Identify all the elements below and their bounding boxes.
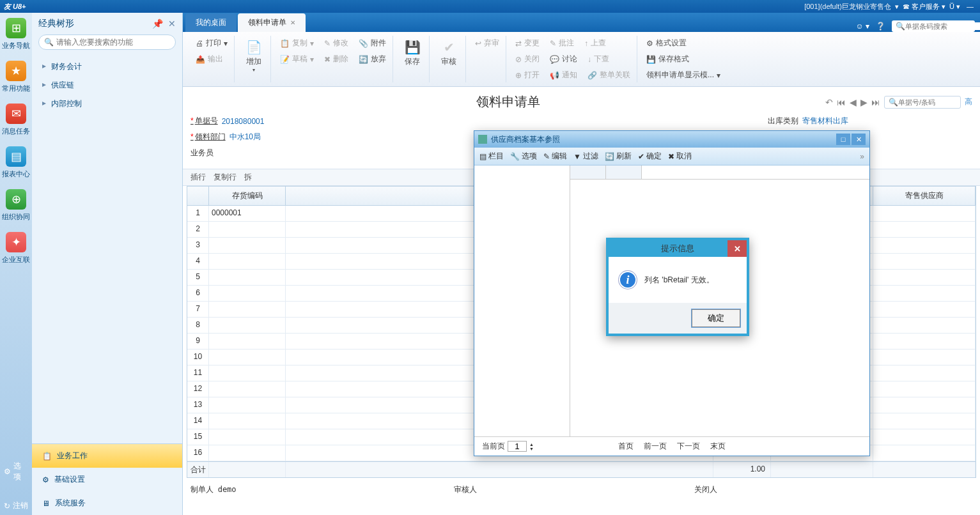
copy-button[interactable]: 📋 复制 ▾	[276, 36, 318, 50]
discuss-button[interactable]: 💬 讨论	[546, 52, 581, 66]
footer-total-label: 合计	[187, 462, 209, 477]
col-header-supplier[interactable]: 寄售供应商	[873, 187, 976, 205]
dialog-maximize-icon[interactable]: □	[836, 134, 850, 145]
copy-row-button[interactable]: 复制行	[214, 172, 237, 183]
help-icon[interactable]: ❔	[876, 22, 885, 31]
save-format-button[interactable]: 💾 保存格式	[642, 52, 693, 66]
pin-icon[interactable]: 📌	[152, 19, 163, 29]
auditor-label: 审核人	[454, 485, 477, 494]
alert-ok-button[interactable]: 确定	[692, 309, 740, 327]
dept-value: 中水10局	[229, 132, 293, 142]
tree-item-supply[interactable]: 供应链	[40, 76, 175, 95]
clerk-label: 业务员	[191, 148, 214, 158]
next-icon[interactable]: ▶	[860, 97, 867, 107]
attachment-button[interactable]: 📎 附件	[355, 36, 390, 50]
tree-search-input[interactable]: 🔍	[38, 35, 176, 50]
discard-button[interactable]: ↩ 弃审	[471, 36, 503, 50]
bottom-tab-work[interactable]: 📋 业务工作	[32, 444, 182, 468]
down-button[interactable]: ↓ 下查	[584, 52, 613, 66]
col-header-code[interactable]: 存货编码	[209, 187, 286, 205]
document-toolbar: 🖨 打印 ▾ 📤 输出 📄增加▾ 📋 复制 ▾ ✎ 修改 📎 附件 📝 草稿 ▾…	[183, 32, 980, 87]
prev-icon[interactable]: ◀	[850, 97, 857, 107]
open-doc-button[interactable]: ⊕ 打开	[511, 68, 543, 82]
customer-service-link[interactable]: ☎ 客户服务 ▾	[903, 2, 945, 12]
save-button[interactable]: 💾保存	[398, 36, 426, 70]
advanced-link[interactable]: 高	[965, 96, 972, 107]
abandon-button[interactable]: 🔄 放弃	[355, 52, 390, 66]
outtype-label: 出库类别	[768, 116, 798, 127]
insert-row-button[interactable]: 插行	[191, 172, 206, 183]
close-doc-button[interactable]: ⊘ 关闭	[511, 52, 543, 66]
nav-message[interactable]: ✉消息任务	[2, 104, 30, 136]
up-button[interactable]: ↑ 上查	[580, 36, 610, 50]
link-button[interactable]: 🔗 整单关联	[584, 68, 634, 82]
smile-icon[interactable]: ☺ ▾	[855, 22, 869, 31]
first-icon[interactable]: ⏮	[837, 97, 846, 107]
ref-filter-button[interactable]: ▼ 过滤	[573, 151, 598, 162]
nav-org[interactable]: ⊕组织协同	[2, 189, 30, 222]
first-page-button[interactable]: 首页	[618, 441, 634, 452]
dialog-icon	[478, 135, 487, 144]
notify-button[interactable]: 📢 通知	[546, 68, 581, 82]
dialog-close-icon[interactable]: ✕	[852, 134, 866, 145]
change-button[interactable]: ⇄ 变更	[511, 36, 543, 50]
current-page-label: 当前页	[482, 441, 505, 452]
tree-title: 经典树形	[38, 18, 74, 29]
next-page-button[interactable]: 下一页	[677, 441, 700, 452]
last-icon[interactable]: ⏭	[871, 97, 880, 107]
add-button[interactable]: 📄增加▾	[240, 36, 268, 75]
format-setting-button[interactable]: ⚙ 格式设置	[642, 36, 690, 50]
barcode-search-input[interactable]: 🔍	[892, 20, 975, 32]
alert-title: 提示信息	[661, 243, 694, 254]
alert-close-icon[interactable]: ✕	[727, 240, 747, 257]
nav-common[interactable]: ★常用功能	[2, 61, 30, 93]
logout-button[interactable]: ↻ 注销	[0, 496, 32, 515]
ref-options-button[interactable]: 🔧 选项	[510, 151, 537, 162]
minimize-icon[interactable]: —	[967, 3, 974, 10]
split-row-button[interactable]: 拆	[244, 172, 252, 183]
left-nav-sidebar: ⊞业务导航 ★常用功能 ✉消息任务 ▤报表中心 ⊕组织协同 ✦企业互联 ⚙ 选项…	[0, 13, 32, 515]
modify-button[interactable]: ✎ 修改	[320, 36, 352, 50]
page-up-icon[interactable]: ▲	[529, 442, 534, 447]
approve-button[interactable]: ✎ 批注	[546, 36, 578, 50]
current-page-input[interactable]	[508, 441, 527, 452]
ref-tree[interactable]	[474, 165, 570, 436]
document-title: 领料申请单	[191, 93, 825, 111]
print-button[interactable]: 🖨 打印 ▾	[192, 36, 231, 50]
docno-value: 2018080001	[222, 117, 286, 126]
tree-item-finance[interactable]: 财务会计	[40, 58, 175, 76]
audit-button[interactable]: ✔审核	[435, 36, 463, 70]
nav-report[interactable]: ▤报表中心	[2, 146, 30, 179]
ref-ok-button[interactable]: ✔ 确定	[638, 151, 662, 162]
page-down-icon[interactable]: ▼	[529, 447, 534, 451]
tab-close-icon[interactable]: ✕	[290, 19, 295, 26]
content-area: 我的桌面 领料申请单✕ ☺ ▾ ❔ 🔍 🖨 打印 ▾ 📤 输出 📄增加▾	[183, 13, 980, 515]
nav-enterprise[interactable]: ✦企业互联	[2, 232, 30, 265]
tab-material-request[interactable]: 领料申请单✕	[238, 13, 306, 32]
ref-expand-icon[interactable]: »	[860, 152, 864, 161]
bottom-tab-system[interactable]: 🖥 系统服务	[32, 491, 182, 515]
output-button[interactable]: 📤 输出	[192, 52, 227, 66]
nav-business[interactable]: ⊞业务导航	[2, 18, 30, 50]
undo-icon[interactable]: ↶	[825, 97, 833, 107]
prev-page-button[interactable]: 前一页	[644, 441, 667, 452]
info-icon: i	[619, 271, 637, 289]
ref-edit-button[interactable]: ✎ 编辑	[543, 151, 567, 162]
doc-search-input[interactable]: 🔍	[884, 96, 961, 109]
display-template-button[interactable]: 领料申请单显示模... ▾	[642, 68, 724, 82]
ref-cancel-button[interactable]: ✖ 取消	[668, 151, 692, 162]
maker-label: 制单人	[191, 485, 214, 494]
delete-button[interactable]: ✖ 删除	[320, 52, 352, 66]
options-button[interactable]: ⚙ 选项	[0, 457, 32, 486]
app-titlebar: 友 U8+ [001](defult)巨龙钢业寄售仓 ▾ ☎ 客户服务 ▾ Ŭ …	[0, 0, 980, 13]
ref-columns-button[interactable]: ▤ 栏目	[479, 151, 504, 162]
draft-button[interactable]: 📝 草稿 ▾	[276, 52, 318, 66]
ref-refresh-button[interactable]: 🔄 刷新	[605, 151, 632, 162]
bottom-tab-settings[interactable]: ⚙ 基础设置	[32, 468, 182, 491]
tab-desktop[interactable]: 我的桌面	[185, 13, 237, 32]
tree-panel: 经典树形 📌 ✕ 🔍 财务会计 供应链 内部控制 📋 业务工作 ⚙ 基础设置 🖥…	[32, 13, 183, 515]
close-panel-icon[interactable]: ✕	[168, 19, 176, 29]
tree-item-internal[interactable]: 内部控制	[40, 95, 175, 113]
last-page-button[interactable]: 末页	[710, 441, 726, 452]
dialog-title: 供应商档案基本参照	[491, 134, 560, 145]
